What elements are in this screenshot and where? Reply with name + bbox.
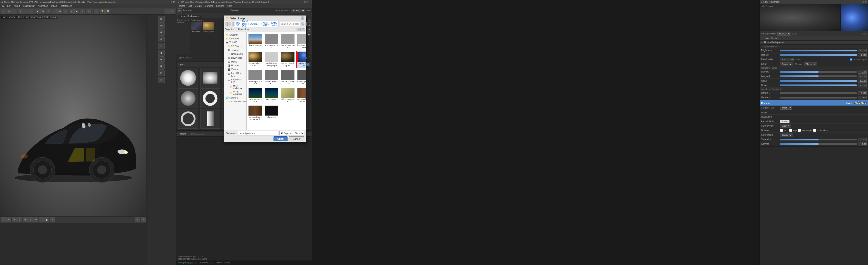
lights-add-btn[interactable]: +: [306, 63, 309, 67]
env-btn-4[interactable]: ▶: [307, 32, 311, 36]
file-item-10[interactable]: market place.hdr.fx: [264, 69, 279, 86]
content-type-select[interactable]: Image: [780, 106, 792, 110]
bottom-btn-scale[interactable]: ⊞: [17, 217, 22, 222]
width-input[interactable]: [858, 79, 867, 83]
file-item-18[interactable]: sharp.hdr: [264, 105, 279, 122]
breadcrumb-pc[interactable]: This PC: [236, 22, 240, 26]
bottom-btn-8[interactable]: ⊔: [39, 217, 44, 222]
lc-btn-5[interactable]: ⟩: [309, 56, 310, 59]
sidebar-network[interactable]: 🌐Network: [224, 96, 246, 100]
color-profile-select[interactable]: linear: [780, 124, 791, 128]
menu-file[interactable]: File: [1, 5, 4, 7]
sidebar-pictures[interactable]: 🖼Pictures: [224, 64, 246, 68]
colorspace-select-mid[interactable]: RGB(A): [291, 9, 305, 12]
toolbar-light[interactable]: 💡: [100, 9, 105, 14]
sidebar-this-pc[interactable]: 💻This PC: [224, 41, 246, 45]
side-icon-6[interactable]: ◆: [158, 50, 164, 56]
bottom-btn-10[interactable]: ⊕: [50, 217, 55, 222]
light-thumb-8[interactable]: [200, 88, 220, 108]
toolbar-btn-11[interactable]: ⊠: [57, 9, 62, 14]
handle-v-input[interactable]: [858, 96, 867, 100]
gamma-input[interactable]: [858, 142, 867, 146]
file-item-15[interactable]: office_space.exr: [280, 87, 296, 104]
bottom-right-btn-1[interactable]: ⊞: [135, 217, 140, 222]
handle-e-slider[interactable]: [780, 92, 857, 94]
file-item-14[interactable]: night square.exr.fx: [264, 87, 279, 104]
side-icon-9[interactable]: ⊡: [158, 70, 164, 76]
colorspace-select-right[interactable]: RGB(A): [777, 32, 792, 35]
side-icon-1[interactable]: ⊞: [158, 16, 164, 22]
flip-checkbox[interactable]: [789, 129, 792, 132]
middle-close-btn[interactable]: ✕: [307, 1, 309, 3]
env-btn-1[interactable]: ⊕: [307, 19, 311, 23]
middle-maximize-btn[interactable]: □: [305, 1, 306, 3]
bottom-btn-9[interactable]: ◧: [44, 217, 49, 222]
blend-mode-select[interactable]: Add: [780, 58, 794, 61]
toolbar-camera[interactable]: 📷: [94, 9, 99, 14]
sidebar-3d-objects[interactable]: 📁3D Objects: [224, 45, 246, 48]
toolbar-btn-15[interactable]: ⊛: [80, 9, 85, 14]
file-item-3[interactable]: in a square 2.exr: [280, 33, 296, 50]
side-icon-5[interactable]: ⊙: [158, 43, 164, 49]
hdr-checkbox[interactable]: [780, 129, 783, 132]
light-thumb-2[interactable]: [200, 68, 220, 88]
sidebar-local-d[interactable]: 💾Local Disk (D:): [224, 78, 246, 84]
breadcrumb-hdri[interactable]: HDRI MAPS: [263, 22, 269, 26]
gamma-slider[interactable]: [780, 143, 857, 145]
toolbar-btn-12[interactable]: ⊕: [63, 9, 68, 14]
opacity-input[interactable]: [858, 53, 867, 57]
organize-btn[interactable]: Organize: [225, 28, 234, 31]
file-item-4[interactable]: in a square 2.exr.fx: [296, 33, 306, 50]
toolbar-btn-6[interactable]: ✦: [29, 9, 34, 14]
bottom-btn-5[interactable]: ⊠: [23, 217, 28, 222]
file-item-11[interactable]: market place.hdr.fx: [280, 69, 296, 86]
file-item-7[interactable]: market place tiny.exr: [280, 51, 296, 68]
brightness-input[interactable]: [858, 49, 867, 52]
breadcrumb-content[interactable]: CONTENT: [250, 23, 260, 25]
toolbar-btn-14[interactable]: ▶: [74, 9, 79, 14]
light-thumb-1[interactable]: [178, 68, 198, 88]
toolbar-btn-2[interactable]: ⊞: [6, 9, 11, 14]
light-thumb-7[interactable]: [178, 88, 198, 108]
cancel-button[interactable]: Cancel: [289, 136, 304, 141]
bottom-btn-7[interactable]: ⊓: [33, 217, 38, 222]
menu-settings[interactable]: Settings: [216, 5, 224, 7]
view-toggle-2[interactable]: ☰: [301, 28, 305, 31]
mapping-select[interactable]: Planar: [804, 62, 817, 66]
sidebar-music[interactable]: 🎵Music: [224, 60, 246, 64]
file-item-1[interactable]: field sunset.exr.fx: [248, 33, 263, 50]
middle-minimize-btn[interactable]: ─: [302, 1, 304, 3]
latitude-input[interactable]: [858, 70, 867, 74]
bottom-btn-select[interactable]: ↖: [1, 217, 6, 222]
menu-help[interactable]: Help: [227, 5, 232, 7]
file-item-8[interactable]: market place.exr: [296, 51, 306, 68]
menu-visualization[interactable]: Visualization: [23, 5, 35, 7]
side-icon-2[interactable]: ◎: [158, 22, 164, 29]
toolbar-right-1[interactable]: ⋮: [164, 9, 169, 14]
file-item-13[interactable]: night square.exr.fx: [248, 87, 263, 104]
toolbar-btn-10[interactable]: ✂: [52, 9, 57, 14]
open-button[interactable]: Open: [274, 136, 287, 141]
dialog-forward-btn[interactable]: →: [228, 22, 231, 26]
sidebar-onedrive[interactable]: 📁OneDrive: [224, 37, 246, 41]
sidebar-downloads[interactable]: 📥Downloads: [224, 56, 246, 60]
menu-animation[interactable]: Animation: [38, 5, 48, 7]
opacity-slider[interactable]: [780, 54, 857, 56]
file-item-2[interactable]: in a square 1.exr: [264, 33, 279, 50]
file-item-9[interactable]: market place.exr.fx: [248, 69, 263, 86]
side-icon-3[interactable]: ⊕: [158, 29, 164, 35]
breadcrumb-exr[interactable]: EXRs sorted: [271, 22, 278, 26]
env-btn-3[interactable]: ◆: [307, 28, 311, 32]
toolbar-btn-16[interactable]: ⊜: [86, 9, 91, 14]
height-slider[interactable]: [780, 84, 857, 86]
menu-preferences[interactable]: Preferences: [60, 5, 72, 7]
height-input[interactable]: [858, 84, 867, 87]
sidebar-dropbox[interactable]: 📁Dropbox: [224, 33, 246, 37]
file-item-6[interactable]: market place mask.png.fx: [264, 51, 279, 68]
content-header[interactable]: Content Master Alpha-Multi: [760, 101, 868, 106]
dialog-back-btn[interactable]: ←: [225, 22, 228, 26]
longitude-slider[interactable]: [780, 75, 857, 77]
restore-button[interactable]: Restore: [780, 120, 789, 123]
picture-bg-header[interactable]: ▼ Picture Background: [760, 41, 868, 45]
filename-input[interactable]: [238, 131, 278, 135]
